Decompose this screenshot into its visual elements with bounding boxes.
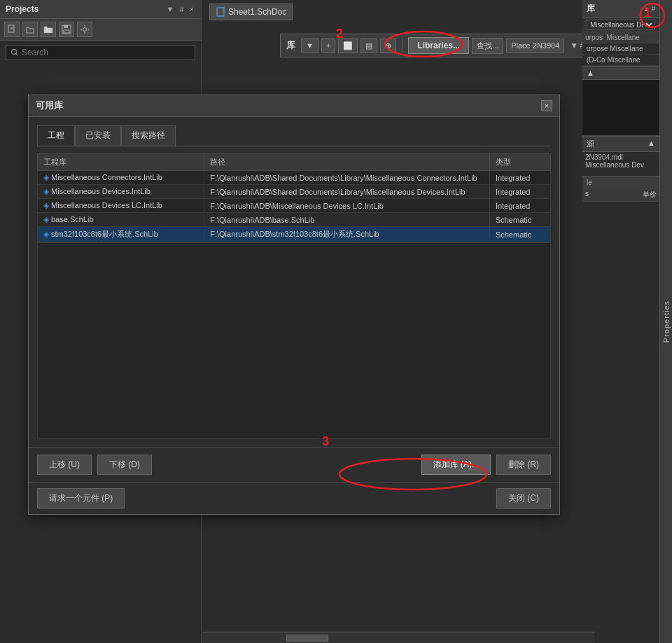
lib-name-cell: ◈Miscellaneous Devices.IntLib (38, 185, 204, 199)
close-btn[interactable]: 关闭 (C) (496, 488, 551, 509)
col-header-path: 路径 (204, 154, 490, 171)
dialog-tabs: 工程 已安装 搜索路径 (37, 125, 551, 146)
add-lib-btn[interactable]: 添加库 (A)... (421, 455, 491, 475)
modal-backdrop: 可用库 × 工程 已安装 搜索路径 工程库 路径 类型 ◈M (0, 0, 672, 643)
available-libraries-dialog: 可用库 × 工程 已安装 搜索路径 工程库 路径 类型 ◈M (28, 95, 560, 515)
table-empty-area (37, 242, 551, 438)
move-down-btn[interactable]: 下移 (D) (97, 455, 152, 475)
lib-type-cell: Integrated (489, 185, 550, 199)
col-header-name: 工程库 (38, 154, 204, 171)
tab-engineering[interactable]: 工程 (37, 125, 75, 146)
remove-btn[interactable]: 删除 (R) (496, 455, 551, 475)
lib-name-cell: ◈Miscellaneous Devices LC.IntLib (38, 199, 204, 213)
request-component-btn[interactable]: 请求一个元件 (P) (37, 488, 125, 509)
lib-path-cell: F:\Qianrushi\ADB\Shared Documents\Librar… (204, 171, 490, 185)
lib-path-cell: F:\Qianrushi\ADB\stm32f103c8t6最小系统.SchLi… (204, 227, 490, 242)
dialog-body: 工程 已安装 搜索路径 工程库 路径 类型 ◈Miscellaneous Con… (29, 117, 559, 447)
libraries-table: 工程库 路径 类型 ◈Miscellaneous Connectors.IntL… (37, 153, 551, 242)
table-row[interactable]: ◈Miscellaneous Devices LC.IntLibF:\Qianr… (38, 199, 551, 213)
lib-type-cell: Integrated (489, 171, 550, 185)
dialog-close-btn[interactable]: × (541, 100, 552, 111)
tab-installed[interactable]: 已安装 (75, 125, 121, 146)
dialog-bottom-buttons: 上移 (U) 下移 (D) 添加库 (A)... 删除 (R) (29, 447, 559, 482)
lib-type-cell: Schematic (489, 227, 550, 242)
lib-name-cell: ◈stm32f103c8t6最小系统.SchLib (38, 227, 204, 242)
move-buttons: 上移 (U) 下移 (D) (37, 455, 152, 475)
table-row[interactable]: ◈Miscellaneous Devices.IntLibF:\Qianrush… (38, 185, 551, 199)
lib-name-cell: ◈Miscellaneous Connectors.IntLib (38, 171, 204, 185)
lib-path-cell: F:\Qianrushi\ADB\Shared Documents\Librar… (204, 185, 490, 199)
col-header-type: 类型 (489, 154, 550, 171)
add-remove-buttons: 添加库 (A)... 删除 (R) (421, 455, 551, 475)
table-row[interactable]: ◈base.SchLibF:\Qianrushi\ADB\base.SchLib… (38, 213, 551, 227)
lib-type-cell: Schematic (489, 213, 550, 227)
dialog-footer: 请求一个元件 (P) 关闭 (C) (29, 482, 559, 514)
lib-type-cell: Integrated (489, 199, 550, 213)
lib-name-cell: ◈base.SchLib (38, 213, 204, 227)
dialog-title: 可用库 (36, 99, 63, 112)
lib-path-cell: F:\Qianrushi\ADB\Miscellaneous Devices L… (204, 199, 490, 213)
table-row[interactable]: ◈stm32f103c8t6最小系统.SchLibF:\Qianrushi\AD… (38, 227, 551, 242)
dialog-titlebar: 可用库 × (29, 95, 559, 117)
lib-path-cell: F:\Qianrushi\ADB\base.SchLib (204, 213, 490, 227)
move-up-btn[interactable]: 上移 (U) (37, 455, 92, 475)
tab-search-path[interactable]: 搜索路径 (121, 125, 176, 146)
table-row[interactable]: ◈Miscellaneous Connectors.IntLibF:\Qianr… (38, 171, 551, 185)
